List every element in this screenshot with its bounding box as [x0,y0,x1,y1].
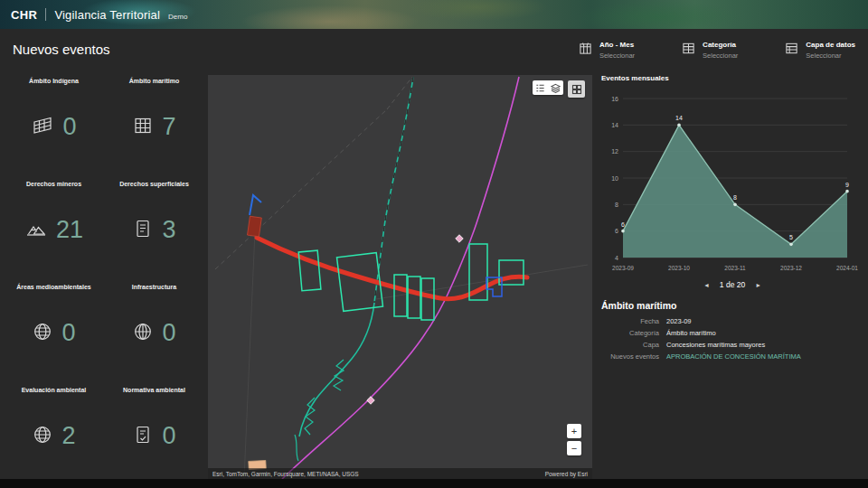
zoom-out-button[interactable]: − [567,441,581,455]
monthly-events-chart: 4681012141662023-09142023-1082023-115202… [599,84,862,276]
svg-text:8: 8 [733,194,737,201]
stat-derechos-mineros: Derechos mineros 21 [4,175,104,278]
stat-body: 0 [31,115,76,140]
filter-data-layer[interactable]: Capa de datos Seleccionar [785,41,855,60]
detail-field-label: Nuevos eventos [601,352,659,361]
page-indicator: 1 de 20 [720,280,745,289]
svg-text:2024-01: 2024-01 [836,265,858,271]
svg-text:6: 6 [615,228,618,234]
svg-text:6: 6 [621,221,625,228]
pagination: ◄ 1 de 20 ► [599,280,865,289]
stat-label: Infraestructura [132,284,176,292]
prev-page-button[interactable]: ◄ [703,282,710,288]
map-attribution-bar: Esri, TomTom, Garmin, Foursquare, METI/N… [208,468,592,479]
filter-text: Categoría Seleccionar [703,41,738,60]
map-railway-teal [295,77,413,461]
map-canvas [208,75,592,479]
detail-title: Ámbito marítimo [601,300,865,311]
filter-category[interactable]: Categoría Seleccionar [682,41,738,60]
basemap-icon[interactable] [568,80,585,98]
svg-text:2023-10: 2023-10 [668,265,690,271]
stat-body: 2 [32,424,75,449]
stat-value: 21 [56,218,83,242]
filter-year-month[interactable]: Año - Mes Seleccionar [579,41,635,60]
map-zoom-controls: + − [567,424,581,455]
map-marker-pink-diamond [367,397,374,404]
filter-text: Año - Mes Seleccionar [599,41,635,60]
layers-icon[interactable] [548,80,563,95]
legend-icon[interactable] [533,80,548,95]
map-marker-red-polygon [248,216,262,237]
stat-body: 0 [132,321,175,346]
svg-text:14: 14 [611,122,618,128]
header-divider [45,8,46,21]
stat-value: 7 [162,115,175,139]
detail-field-label: Categoría [601,329,659,337]
stat-ambito-indigena: Ámbito Indígena 0 [4,72,104,175]
filter-text: Capa de datos Seleccionar [806,41,855,60]
filter-bar: Año - Mes Seleccionar Categoría Seleccio… [579,41,855,60]
map[interactable]: + − Esri, TomTom, Garmin, Foursquare, ME… [208,75,592,479]
document-icon [132,218,154,243]
svg-text:9: 9 [845,182,849,188]
stat-body: 0 [32,321,75,346]
detail-field-value: Ámbito marítimo [666,329,865,337]
svg-text:12: 12 [611,148,618,155]
filter-placeholder: Seleccionar [806,52,855,60]
globe-grid-icon [132,321,154,346]
stat-label: Normativa ambiental [123,387,185,395]
app-badge: Demo [168,13,187,21]
stats-panel: Ámbito Indígena 0 Ámbito marítimo 7 Dere… [0,67,208,479]
chart-title: Eventos mensuales [601,74,865,82]
svg-text:4: 4 [615,255,618,261]
filter-label: Capa de datos [806,41,855,49]
stat-areas-medioambientales: Áreas medioambientales 0 [4,278,104,381]
filter-label: Categoría [703,41,738,49]
svg-text:8: 8 [615,202,618,208]
stat-body: 0 [132,424,175,449]
map-tool-group [533,80,563,95]
stat-ambito-maritimo: Ámbito marítimo 7 [104,72,204,175]
detail-field-value: Concesiones marítimas mayores [666,341,865,349]
app-title: Vigilancia Territorial [54,8,160,22]
category-table-icon [682,42,695,59]
footer-bar [0,479,868,488]
detail-field-value: 2023-09 [666,317,865,325]
map-line-magenta [282,77,519,479]
next-page-button[interactable]: ► [755,282,761,288]
map-attribution: Esri, TomTom, Garmin, Foursquare, METI/N… [212,471,359,477]
page-title: Nuevos eventos [13,42,110,57]
stat-label: Ámbito marítimo [129,78,180,86]
stat-label: Evaluación ambiental [22,387,87,395]
stat-value: 0 [162,424,175,448]
stat-value: 3 [162,218,175,242]
globe-icon [32,321,53,346]
stat-label: Derechos mineros [26,181,81,189]
filter-label: Año - Mes [599,41,635,49]
filter-placeholder: Seleccionar [703,52,738,60]
right-panel: Eventos mensuales 4681012141662023-09142… [599,74,865,361]
map-boundary-lines [215,77,588,479]
svg-text:5: 5 [789,234,793,240]
svg-text:2023-09: 2023-09 [612,265,634,271]
stat-body: 21 [24,218,83,243]
event-link[interactable]: APROBACIÓN DE CONCESIÓN MARÍTIMA [666,352,865,361]
stat-label: Derechos superficiales [119,181,189,189]
woven-mat-icon [31,115,54,140]
map-marker-blue-flag [250,195,261,215]
stat-label: Ámbito Indígena [29,78,79,86]
zoom-in-button[interactable]: + [567,424,581,438]
stat-normativa-ambiental: Normativa ambiental 0 [104,381,204,484]
stat-value: 2 [61,424,75,448]
stat-derechos-superficiales: Derechos superficiales 3 [104,175,204,278]
document-check-icon [132,424,154,449]
grid-chart-icon [132,115,154,140]
detail-field-label: Fecha [601,317,659,325]
svg-text:2023-12: 2023-12 [780,265,802,271]
stat-value: 0 [61,321,75,345]
detail-rows: Fecha 2023-09 Categoría Ámbito marítimo … [601,317,865,361]
calendar-icon [579,42,592,59]
map-tools [533,80,585,98]
app-logo: CHR [11,8,37,22]
detail-field-label: Capa [601,341,659,349]
